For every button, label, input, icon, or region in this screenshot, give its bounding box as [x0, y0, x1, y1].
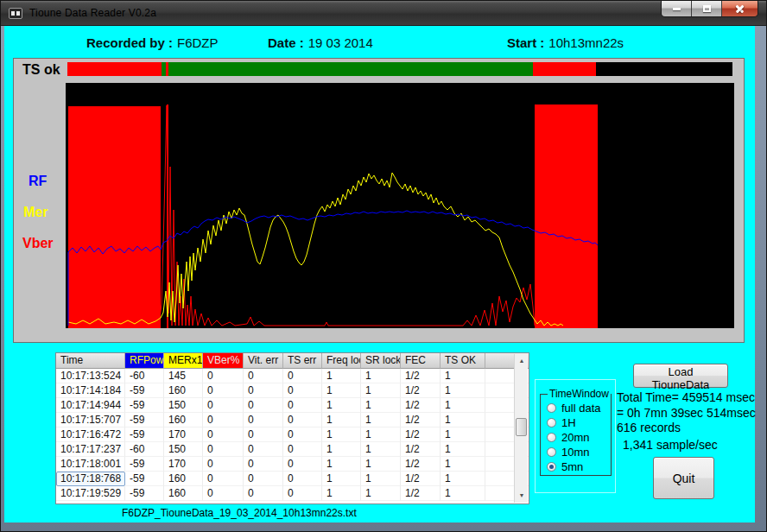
cell-sr-lock: 1 [361, 486, 401, 501]
time-window-options: full data1H20mn10mn5mn [547, 401, 611, 474]
cell-fec: 1/2 [401, 383, 441, 398]
cell-ts-ok: 1 [441, 486, 485, 501]
cell-merx10: 150 [164, 398, 203, 413]
signal-chart-svg [66, 83, 734, 328]
radio-option-5mn[interactable]: 5mn [547, 459, 611, 474]
radio-label: 5mn [561, 460, 583, 473]
time-window-group: TimeWindow full data1H20mn10mn5mn [540, 388, 612, 476]
cell-vit-err: 0 [244, 442, 283, 457]
radio-icon [547, 418, 556, 428]
close-button[interactable] [722, 1, 757, 16]
cell-merx10: 145 [164, 369, 203, 383]
titlebar[interactable]: Tioune Data Reader V0.2a [1, 1, 766, 26]
cell-time: 10:17:13:524 [56, 369, 125, 383]
cell-vber-: 0 [203, 457, 244, 472]
load-tiounedata-button[interactable]: Load TiouneData [633, 364, 728, 388]
signal-loss-block-3 [535, 104, 598, 328]
table-body: 10:17:13:524-60145000111/2110:17:14:184-… [56, 369, 529, 501]
cell-rfpower: -59 [125, 457, 164, 472]
cell-time: 10:17:15:707 [56, 413, 125, 428]
cell-freq-lock: 1 [322, 413, 361, 428]
radio-option-10mn[interactable]: 10mn [547, 445, 611, 459]
col-header-fec[interactable]: FEC [401, 353, 441, 369]
ts-segment-nodata [596, 62, 732, 76]
cell-vber-: 0 [203, 413, 244, 428]
cell-time: 10:17:14:944 [56, 398, 125, 413]
date-field: Date :19 03 2014 [268, 35, 373, 50]
scroll-up-button[interactable]: ▲ [515, 354, 529, 368]
col-header-time[interactable]: Time [56, 353, 125, 369]
table-row[interactable]: 10:17:19:529-59160000111/21 [56, 486, 529, 501]
cell-merx10: 170 [164, 457, 203, 472]
col-header-rfpower[interactable]: RFPower [125, 353, 164, 369]
col-header-ts-err[interactable]: TS err [283, 353, 322, 369]
window-controls [661, 1, 758, 17]
data-table: TimeRFPowerMERx10VBer%Vit. errTS errFreq… [55, 352, 529, 504]
cell-ts-ok: 1 [441, 472, 485, 486]
table-row[interactable]: 10:17:14:184-59160000111/21 [56, 383, 529, 398]
radio-label: full data [561, 402, 601, 415]
radio-option-20mn[interactable]: 20mn [547, 430, 611, 445]
cell-sr-lock: 1 [361, 472, 401, 486]
table-row[interactable]: 10:17:16:472-59170000111/21 [56, 428, 529, 442]
time-window-legend: TimeWindow [548, 388, 611, 400]
table-scrollbar[interactable]: ▲ ▼ [514, 354, 528, 503]
col-header-sr-lock[interactable]: SR lock [361, 353, 401, 369]
legend-rf-label: RF [29, 174, 47, 189]
cell-rfpower: -59 [125, 428, 164, 442]
window-title: Tioune Data Reader V0.2a [29, 7, 156, 19]
maximize-button[interactable] [692, 1, 722, 16]
cell-ts-err: 0 [283, 413, 322, 428]
radio-option-full-data[interactable]: full data [547, 401, 611, 415]
cell-merx10: 160 [164, 383, 203, 398]
radio-option-1h[interactable]: 1H [547, 415, 611, 430]
radio-label: 20mn [561, 431, 590, 444]
loaded-filename: F6DZP_TiouneData_19_03_2014_10h13mn22s.t… [122, 507, 357, 519]
cell-freq-lock: 1 [322, 457, 361, 472]
cell-vit-err: 0 [244, 457, 283, 472]
cell-freq-lock: 1 [322, 398, 361, 413]
start-label: Start : [507, 35, 544, 50]
table-row[interactable]: 10:17:18:768-59160000111/21 [56, 472, 529, 486]
minimize-button[interactable] [662, 1, 692, 16]
table-row[interactable]: 10:17:18:001-59170000111/21 [56, 457, 529, 472]
col-header-vber-[interactable]: VBer% [203, 353, 244, 369]
cell-ts-ok: 1 [441, 428, 485, 442]
col-header-merx10[interactable]: MERx10 [164, 353, 203, 369]
table-row[interactable]: 10:17:13:524-60145000111/21 [56, 369, 529, 383]
radio-label: 10mn [561, 446, 590, 459]
table-row[interactable]: 10:17:15:707-59160000111/21 [56, 413, 529, 428]
cell-merx10: 160 [164, 486, 203, 501]
cell-fec: 1/2 [401, 428, 441, 442]
ts-segment-ok [168, 62, 534, 76]
cell-ts-err: 0 [283, 369, 322, 383]
cell-ts-ok: 1 [441, 457, 485, 472]
cell-time: 10:17:18:768 [56, 472, 125, 486]
cell-merx10: 160 [164, 413, 203, 428]
table-row[interactable]: 10:17:17:237-60150000111/21 [56, 442, 529, 457]
cell-vber-: 0 [203, 442, 244, 457]
cell-merx10: 160 [164, 472, 203, 486]
table-header-row: TimeRFPowerMERx10VBer%Vit. errTS errFreq… [56, 353, 529, 369]
cell-sr-lock: 1 [361, 413, 401, 428]
radio-label: 1H [561, 416, 576, 429]
cell-ts-err: 0 [283, 383, 322, 398]
scroll-down-button[interactable]: ▼ [515, 489, 529, 503]
app-window: Tioune Data Reader V0.2a Recorded by :F6… [0, 0, 767, 532]
signal-loss-block-1 [68, 106, 161, 328]
cell-vber-: 0 [203, 472, 244, 486]
cell-ts-err: 0 [283, 398, 322, 413]
cell-fec: 1/2 [401, 398, 441, 413]
col-header-ts-ok[interactable]: TS OK [441, 353, 485, 369]
cell-freq-lock: 1 [322, 369, 361, 383]
quit-button[interactable]: Quit [653, 457, 714, 499]
total-time-hms: = 0h 7mn 39sec 514msec [617, 406, 756, 420]
cell-vber-: 0 [203, 486, 244, 501]
signal-chart [66, 83, 734, 328]
scroll-thumb[interactable] [516, 418, 527, 436]
cell-freq-lock: 1 [322, 383, 361, 398]
table-row[interactable]: 10:17:14:944-59150000111/21 [56, 398, 529, 413]
col-header-vit-err[interactable]: Vit. err [244, 353, 283, 369]
total-time-msec: Total Time= 459514 msec [617, 390, 755, 404]
col-header-freq-lock[interactable]: Freq lock [322, 353, 361, 369]
